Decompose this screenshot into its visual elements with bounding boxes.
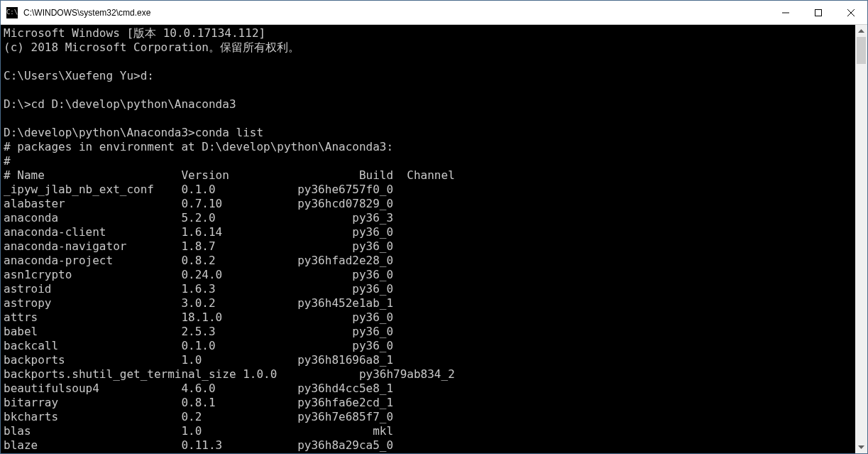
terminal-line: asn1crypto 0.24.0 py36_0	[4, 268, 393, 281]
terminal-line: anaconda 5.2.0 py36_3	[4, 211, 393, 225]
terminal-line: anaconda-navigator 1.8.7 py36_0	[4, 239, 393, 253]
svg-marker-5	[858, 445, 864, 449]
terminal-line: backcall 0.1.0 py36_0	[4, 339, 393, 352]
terminal-line: backports.shutil_get_terminal_size 1.0.0…	[4, 367, 455, 381]
terminal-line: beautifulsoup4 4.6.0 py36hd4cc5e8_1	[4, 382, 393, 395]
terminal-line: anaconda-project 0.8.2 py36hfad2e28_0	[4, 254, 393, 267]
terminal-line: alabaster 0.7.10 py36hcd07829_0	[4, 197, 393, 210]
terminal-line: blaze 0.11.3 py36h8a29ca5_0	[4, 438, 393, 452]
terminal-output[interactable]: Microsoft Windows [版本 10.0.17134.112] (c…	[1, 25, 855, 453]
scroll-down-button[interactable]	[855, 441, 867, 453]
terminal-line: babel 2.5.3 py36_0	[4, 325, 393, 338]
terminal-line: bkcharts 0.2 py36h7e685f7_0	[4, 410, 393, 423]
terminal-line: bitarray 0.8.1 py36hfa6e2cd_1	[4, 396, 393, 409]
vertical-scrollbar[interactable]	[855, 25, 867, 453]
minimize-button[interactable]	[769, 1, 802, 24]
maximize-button[interactable]	[802, 1, 835, 24]
terminal-line: (c) 2018 Microsoft Corporation。保留所有权利。	[4, 40, 300, 54]
terminal-line: astropy 3.0.2 py36h452e1ab_1	[4, 296, 393, 310]
terminal-line: blas 1.0 mkl	[4, 424, 393, 438]
terminal-line: _ipyw_jlab_nb_ext_conf 0.1.0 py36he6757f…	[4, 183, 393, 196]
terminal-line: D:\>cd D:\develop\python\Anaconda3	[4, 97, 236, 111]
terminal-line: # packages in environment at D:\develop\…	[4, 140, 393, 153]
scroll-thumb[interactable]	[857, 37, 866, 64]
scroll-up-button[interactable]	[855, 25, 867, 37]
svg-rect-1	[815, 9, 822, 16]
window-title: C:\WINDOWS\system32\cmd.exe	[23, 8, 150, 18]
terminal-line: # Name Version Build Channel	[4, 168, 455, 182]
cmd-window: C:\ C:\WINDOWS\system32\cmd.exe Microsof…	[0, 0, 868, 454]
terminal-line: backports 1.0 py36h81696a8_1	[4, 353, 393, 367]
scroll-track[interactable]	[855, 37, 867, 441]
terminal-line: astroid 1.6.3 py36_0	[4, 282, 393, 296]
titlebar[interactable]: C:\ C:\WINDOWS\system32\cmd.exe	[1, 1, 867, 25]
cmd-icon-glyph: C:\	[6, 9, 18, 16]
terminal-line: anaconda-client 1.6.14 py36_0	[4, 225, 393, 239]
terminal-line: Microsoft Windows [版本 10.0.17134.112]	[4, 26, 265, 40]
cmd-icon: C:\	[6, 7, 18, 18]
terminal-line: C:\Users\Xuefeng Yu>d:	[4, 69, 154, 82]
terminal-line: attrs 18.1.0 py36_0	[4, 310, 393, 324]
svg-marker-4	[858, 29, 864, 33]
terminal-wrap: Microsoft Windows [版本 10.0.17134.112] (c…	[1, 25, 867, 453]
terminal-line: #	[4, 154, 11, 168]
terminal-line: D:\develop\python\Anaconda3>conda list	[4, 126, 263, 139]
close-button[interactable]	[835, 1, 867, 24]
window-controls	[769, 1, 867, 24]
titlebar-left: C:\ C:\WINDOWS\system32\cmd.exe	[1, 7, 150, 18]
